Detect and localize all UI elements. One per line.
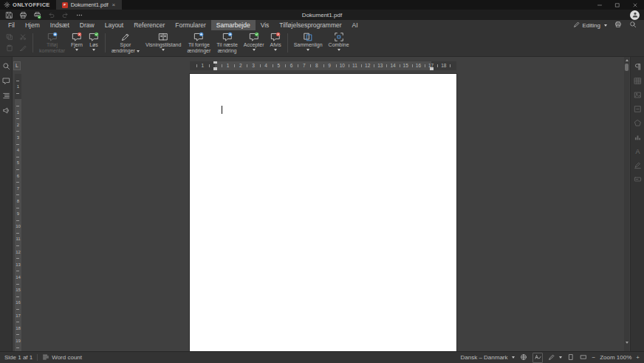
- tab-formularer[interactable]: Formularer: [170, 20, 211, 30]
- ruler-tick: [16, 182, 19, 183]
- horizontal-ruler[interactable]: 1123456789101112131415161718: [190, 61, 456, 70]
- text-art-settings-button[interactable]: A: [632, 146, 643, 155]
- zoom-level[interactable]: Zoom 100%: [600, 354, 631, 361]
- remove-comment-button[interactable]: Fjern: [68, 30, 86, 55]
- compare-button[interactable]: Sammenlign: [291, 30, 326, 55]
- panel-feedback-button[interactable]: [1, 106, 11, 115]
- document-tab[interactable]: P Dokument1.pdf ×: [56, 0, 123, 10]
- tab-layout[interactable]: Layout: [100, 20, 129, 30]
- table-settings-button[interactable]: [632, 76, 643, 85]
- paragraph-settings-button[interactable]: [632, 62, 643, 71]
- minimize-button[interactable]: [591, 0, 609, 10]
- indent-marker[interactable]: [430, 67, 434, 70]
- maximize-button[interactable]: [609, 0, 626, 10]
- quick-print-button[interactable]: [32, 10, 42, 19]
- document-page[interactable]: [190, 74, 456, 351]
- group-divider: [105, 33, 106, 52]
- ruler-number: 9: [328, 63, 331, 69]
- paste-button[interactable]: [4, 43, 15, 53]
- tab-stop-selector[interactable]: L: [13, 61, 21, 70]
- header-footer-settings-button[interactable]: [632, 104, 643, 113]
- ruler-number: 7: [303, 63, 306, 69]
- indent-marker[interactable]: [213, 67, 217, 70]
- comment-accept-icon: [249, 31, 259, 42]
- app-brand[interactable]: ONLYOFFICE: [0, 0, 56, 10]
- reject-change-button[interactable]: Afvis: [267, 30, 284, 55]
- chevron-down-icon: [604, 24, 607, 27]
- ruler-number: 18: [15, 326, 21, 330]
- scroll-up-button[interactable]: [624, 57, 629, 63]
- ruler-tick: [16, 309, 19, 310]
- panel-comments-button[interactable]: [1, 76, 11, 86]
- vertical-scrollbar[interactable]: [624, 57, 629, 351]
- close-button[interactable]: [626, 0, 644, 10]
- scroll-thumb[interactable]: [625, 64, 628, 71]
- fit-width-button[interactable]: [580, 353, 587, 362]
- comment-next-icon: [222, 31, 233, 42]
- chevron-down-icon: [274, 49, 277, 51]
- resolve-comment-button[interactable]: Løs: [86, 30, 102, 55]
- ruler-number: 11: [352, 63, 357, 69]
- chart-settings-button[interactable]: [632, 132, 643, 141]
- print-button[interactable]: [18, 10, 28, 19]
- zoom-out-button[interactable]: −: [592, 354, 596, 361]
- ruler-tick: [16, 334, 19, 335]
- tab-hjem[interactable]: Hjem: [20, 20, 45, 30]
- track-changes-toggle[interactable]: [548, 353, 562, 362]
- combine-button[interactable]: Combine: [326, 30, 352, 55]
- tab-vis[interactable]: Vis: [256, 20, 275, 30]
- more-button[interactable]: [75, 10, 84, 19]
- accept-change-button[interactable]: Acceptér: [241, 30, 267, 55]
- previous-change-button[interactable]: Til forrigeændringer: [184, 30, 213, 55]
- ruler-number: 13: [377, 63, 383, 69]
- tab-tilf-jelsesprogrammer[interactable]: Tilføjelsesprogrammer: [274, 20, 346, 30]
- copy-button[interactable]: [4, 32, 15, 42]
- panel-search-button[interactable]: [1, 61, 11, 71]
- document-language-button[interactable]: [520, 353, 527, 362]
- status-bar: Side 1 af 1 Word count Dansk – Danmark −: [0, 351, 644, 363]
- tab-close-icon[interactable]: ×: [112, 2, 117, 8]
- ruler-tick: [310, 64, 311, 67]
- signature-settings-button[interactable]: [632, 160, 643, 169]
- word-count-button[interactable]: Word count: [42, 353, 82, 362]
- chevron-down-icon: [253, 49, 256, 51]
- tab-draw[interactable]: Draw: [75, 20, 100, 30]
- spellcheck-toggle[interactable]: [532, 353, 543, 363]
- panel-headings-button[interactable]: [1, 91, 11, 101]
- next-change-button[interactable]: Til næsteændring: [213, 30, 241, 55]
- shape-settings-button[interactable]: [632, 118, 643, 127]
- tab-inds-t[interactable]: Indsæt: [45, 20, 75, 30]
- language-selector[interactable]: Dansk – Danmark: [460, 354, 514, 361]
- pencil-icon: [573, 21, 580, 30]
- word-count-label: Word count: [52, 354, 82, 361]
- indent-marker[interactable]: [213, 61, 217, 64]
- save-button[interactable]: [4, 10, 14, 19]
- tab-referencer[interactable]: Referencer: [129, 20, 170, 30]
- redo-button: [61, 10, 70, 19]
- ruler-tick: [16, 322, 19, 322]
- zoom-in-button[interactable]: +: [636, 354, 640, 361]
- scroll-down-button[interactable]: [624, 339, 629, 345]
- spellcheck-icon: [534, 353, 541, 362]
- search-button[interactable]: [629, 21, 637, 30]
- ruler-tick: [16, 93, 19, 94]
- cut-button[interactable]: [18, 32, 28, 42]
- tab-fil[interactable]: Fil: [3, 20, 20, 30]
- copy-style-button[interactable]: [18, 43, 28, 53]
- user-avatar[interactable]: [630, 10, 640, 20]
- editing-mode-dropdown[interactable]: Editing: [573, 21, 607, 30]
- form-settings-button[interactable]: [632, 174, 643, 183]
- track-changes-button[interactable]: Sporændringer: [109, 30, 143, 55]
- ruler-number: 2: [15, 123, 21, 127]
- fit-page-button[interactable]: [567, 353, 575, 362]
- vertical-ruler[interactable]: 112345678910111213141516171819: [15, 74, 21, 351]
- print-icon: [614, 21, 622, 30]
- image-settings-button[interactable]: [632, 90, 643, 99]
- print-button[interactable]: [614, 21, 622, 30]
- page-number-indicator[interactable]: Side 1 af 1: [4, 354, 32, 361]
- comment-add-icon: [47, 31, 58, 42]
- tab-ai[interactable]: AI: [347, 20, 363, 30]
- tab-samarbejde[interactable]: Samarbejde: [211, 20, 256, 30]
- display-mode-button[interactable]: Visningstilstand: [143, 30, 185, 55]
- left-panel: [0, 57, 13, 351]
